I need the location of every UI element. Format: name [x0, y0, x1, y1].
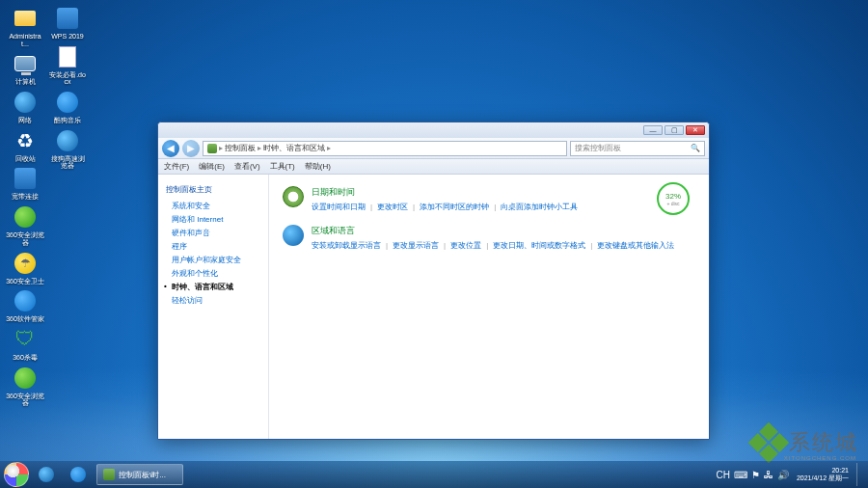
desktop-icon-c1-0[interactable]: Administrat...	[6, 6, 44, 47]
status-badge: 32% + disc	[657, 182, 690, 215]
breadcrumb[interactable]: ▸ 控制面板 ▸ 时钟、语言和区域 ▸	[203, 141, 567, 156]
desktop-icon-c2-2[interactable]: 酷狗音乐	[48, 90, 87, 124]
desktop-icons-column-1: Administrat...计算机网络♻回收站宽带连接360安全浏览器☂360安…	[6, 6, 44, 407]
desktop-icon-c1-1[interactable]: 计算机	[6, 51, 44, 86]
menu-item-2[interactable]: 查看(V)	[234, 161, 260, 172]
sidebar-item-5[interactable]: 外观和个性化	[172, 268, 260, 279]
globe-icon	[57, 130, 78, 151]
minimize-button[interactable]: —	[643, 125, 663, 135]
desktop-icon-c1-6[interactable]: ☂360安全卫士	[6, 251, 44, 285]
desktop-icon-label: 安装必看.docx	[48, 71, 87, 86]
folder-icon	[14, 11, 36, 26]
tray-volume-icon[interactable]: 🔊	[777, 470, 789, 480]
control-panel-window: — ▢ ✕ ◀ ▶ ▸ 控制面板 ▸ 时钟、语言和区域 ▸ 搜索控制面板 🔍 文…	[157, 122, 710, 440]
titlebar[interactable]: — ▢ ✕	[158, 122, 709, 138]
desktop-icon-label: 酷狗音乐	[54, 117, 81, 124]
desktop-icon-c1-2[interactable]: 网络	[6, 90, 44, 124]
start-button[interactable]	[4, 462, 29, 487]
desktop-icon-c2-3[interactable]: 搜狗高速浏览器	[48, 128, 87, 170]
desktop-icon-c1-7[interactable]: 360软件管家	[6, 288, 44, 323]
category-link-1-4[interactable]: 更改键盘或其他输入法	[597, 240, 674, 252]
desktop-icon-c1-5[interactable]: 360安全浏览器	[6, 204, 44, 246]
back-button[interactable]: ◀	[162, 140, 179, 157]
category-0: 日期和时间设置时间和日期|更改时区|添加不同时区的时钟|向桌面添加时钟小工具	[283, 186, 695, 213]
desktop-icon-label: 360安全浏览器	[6, 393, 44, 407]
tray-lang[interactable]: CH	[716, 470, 729, 480]
sidebar-item-2[interactable]: 硬件和声音	[172, 228, 260, 238]
category-link-0-0[interactable]: 设置时间和日期	[312, 202, 366, 213]
shield-icon: 🛡	[15, 328, 35, 350]
desktop-icons-column-2: WPS 2019安装必看.docx酷狗音乐搜狗高速浏览器	[48, 6, 87, 170]
menu-item-3[interactable]: 工具(T)	[270, 161, 295, 172]
forward-button[interactable]: ▶	[182, 140, 200, 157]
sidebar-item-1[interactable]: 网络和 Internet	[172, 214, 260, 225]
sidebar-heading[interactable]: 控制面板主页	[166, 184, 260, 195]
category-1: 区域和语言安装或卸载显示语言|更改显示语言|更改位置|更改日期、时间或数字格式|…	[283, 225, 695, 252]
blue-icon	[14, 290, 36, 312]
category-link-1-1[interactable]: 更改显示语言	[393, 240, 439, 252]
doc-icon	[59, 46, 76, 68]
desktop-icon-c2-1[interactable]: 安装必看.docx	[48, 44, 87, 86]
category-link-1-2[interactable]: 更改位置	[450, 240, 481, 252]
desktop: Administrat...计算机网络♻回收站宽带连接360安全浏览器☂360安…	[0, 0, 868, 488]
pinned-ie[interactable]	[32, 464, 61, 485]
desktop-icon-label: 宽带连接	[12, 193, 39, 201]
menu-item-0[interactable]: 文件(F)	[164, 161, 189, 172]
desktop-icon-c1-9[interactable]: 360安全浏览器	[6, 366, 44, 407]
desktop-icon-label: WPS 2019	[51, 33, 83, 41]
tray-flag-icon[interactable]: ⚑	[751, 470, 760, 480]
category-link-0-3[interactable]: 向桌面添加时钟小工具	[501, 202, 578, 213]
sidebar-item-0[interactable]: 系统和安全	[172, 201, 260, 211]
pinned-app[interactable]	[64, 464, 93, 485]
taskbar: 控制面板\时... CH ⌨ ⚑ 🖧 🔊 20:21 2021/4/12 星期一	[0, 461, 868, 488]
desktop-icon-c2-0[interactable]: WPS 2019	[48, 6, 87, 41]
sidebar-item-4[interactable]: 用户帐户和家庭安全	[172, 255, 260, 265]
breadcrumb-current[interactable]: 时钟、语言和区域	[263, 143, 325, 153]
sidebar-item-7[interactable]: 轻松访问	[172, 295, 260, 306]
clock-icon	[283, 186, 304, 207]
desktop-icon-label: 360安全浏览器	[6, 231, 44, 246]
desktop-icon-label: 360软件管家	[6, 315, 44, 323]
desktop-icon-label: 360杀毒	[13, 354, 38, 362]
taskbar-task-control-panel[interactable]: 控制面板\时...	[96, 464, 183, 485]
system-tray: CH ⌨ ⚑ 🖧 🔊 20:21 2021/4/12 星期一	[716, 463, 864, 486]
breadcrumb-root[interactable]: 控制面板	[225, 143, 256, 153]
search-input[interactable]: 搜索控制面板 🔍	[570, 141, 705, 156]
recycle-icon: ♻	[16, 129, 34, 152]
tray-clock[interactable]: 20:21 2021/4/12 星期一	[797, 467, 849, 481]
category-link-0-1[interactable]: 更改时区	[377, 202, 408, 213]
desktop-icon-label: Administrat...	[6, 33, 44, 47]
sidebar-item-3[interactable]: 程序	[172, 241, 260, 252]
tray-network-icon[interactable]: 🖧	[764, 470, 773, 480]
category-link-0-2[interactable]: 添加不同时区的时钟	[420, 202, 489, 213]
sidebar: 控制面板主页 系统和安全网络和 Internet硬件和声音程序用户帐户和家庭安全…	[158, 175, 269, 439]
desktop-icon-label: 计算机	[15, 78, 36, 86]
green-icon	[14, 367, 36, 389]
category-link-1-3[interactable]: 更改日期、时间或数字格式	[493, 240, 585, 252]
globe-icon	[14, 92, 36, 113]
maximize-button[interactable]: ▢	[665, 125, 684, 135]
green-icon	[14, 206, 36, 228]
close-button[interactable]: ✕	[686, 125, 705, 135]
desktop-icon-label: 搜狗高速浏览器	[48, 155, 87, 170]
watermark: 系统城	[754, 428, 858, 457]
category-link-1-0[interactable]: 安装或卸载显示语言	[312, 240, 381, 252]
show-desktop-button[interactable]	[856, 463, 864, 486]
desktop-icon-c1-4[interactable]: 宽带连接	[6, 166, 44, 201]
sidebar-item-6[interactable]: 时钟、语言和区域	[172, 282, 260, 292]
app-icon	[70, 467, 86, 482]
ie-icon	[39, 467, 54, 482]
blue-icon	[57, 92, 78, 113]
desktop-icon-c1-8[interactable]: 🛡360杀毒	[6, 327, 44, 362]
menu-item-1[interactable]: 编辑(E)	[199, 161, 225, 172]
category-title[interactable]: 日期和时间	[312, 186, 578, 199]
category-title[interactable]: 区域和语言	[312, 225, 674, 237]
desktop-icon-label: 网络	[18, 117, 32, 124]
app-icon	[57, 8, 78, 29]
control-panel-icon	[207, 144, 217, 153]
desktop-icon-label: 360安全卫士	[6, 278, 44, 285]
desktop-icon-c1-3[interactable]: ♻回收站	[6, 128, 44, 163]
tray-ime-icon[interactable]: ⌨	[734, 470, 747, 480]
control-panel-icon	[103, 469, 115, 480]
menu-item-4[interactable]: 帮助(H)	[305, 161, 331, 172]
